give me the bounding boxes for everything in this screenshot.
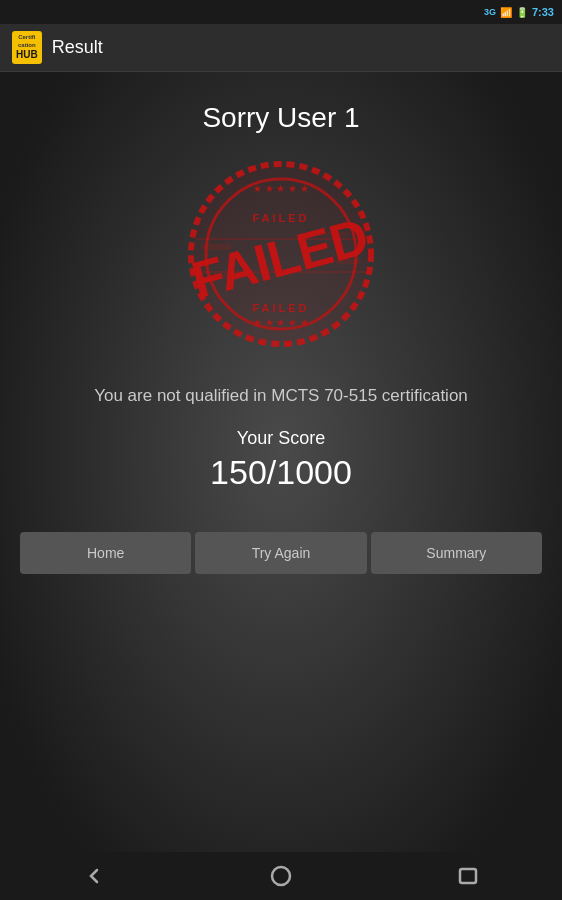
score-label: Your Score — [237, 428, 325, 449]
sorry-title: Sorry User 1 — [202, 102, 359, 134]
network-indicator: 3G — [484, 7, 496, 17]
qualification-text: You are not qualified in MCTS 70-515 cer… — [94, 384, 468, 408]
home-nav-button[interactable] — [251, 852, 311, 900]
svg-text:★ ★ ★ ★ ★: ★ ★ ★ ★ ★ — [253, 183, 309, 194]
back-nav-button[interactable] — [64, 852, 124, 900]
battery-icon: 🔋 — [516, 7, 528, 18]
bottom-nav — [0, 852, 562, 900]
hub-logo: Certifi cation HUB — [12, 31, 42, 63]
signal-icon: 📶 — [500, 7, 512, 18]
svg-rect-13 — [321, 232, 349, 236]
status-bar: 3G 📶 🔋 7:33 — [0, 0, 562, 24]
failed-stamp: ★ ★ ★ ★ ★ ★ ★ ★ ★ ★ FAILED FAILED FAILED — [181, 154, 381, 354]
svg-point-14 — [272, 867, 290, 885]
svg-text:FAILED: FAILED — [252, 302, 309, 314]
buttons-row: Home Try Again Summary — [20, 532, 542, 574]
svg-rect-10 — [201, 244, 231, 250]
svg-rect-11 — [336, 259, 361, 264]
try-again-button[interactable]: Try Again — [195, 532, 366, 574]
time-display: 7:33 — [532, 6, 554, 18]
main-content: Sorry User 1 ★ ★ ★ ★ ★ ★ ★ ★ ★ ★ FAILED … — [0, 72, 562, 594]
page-title: Result — [52, 37, 103, 58]
score-value: 150/1000 — [210, 453, 352, 492]
svg-rect-15 — [460, 869, 476, 883]
svg-rect-12 — [211, 274, 231, 278]
svg-text:★ ★ ★ ★ ★: ★ ★ ★ ★ ★ — [253, 317, 309, 328]
recent-nav-button[interactable] — [438, 852, 498, 900]
top-bar: Certifi cation HUB Result — [0, 24, 562, 72]
home-button[interactable]: Home — [20, 532, 191, 574]
summary-button[interactable]: Summary — [371, 532, 542, 574]
